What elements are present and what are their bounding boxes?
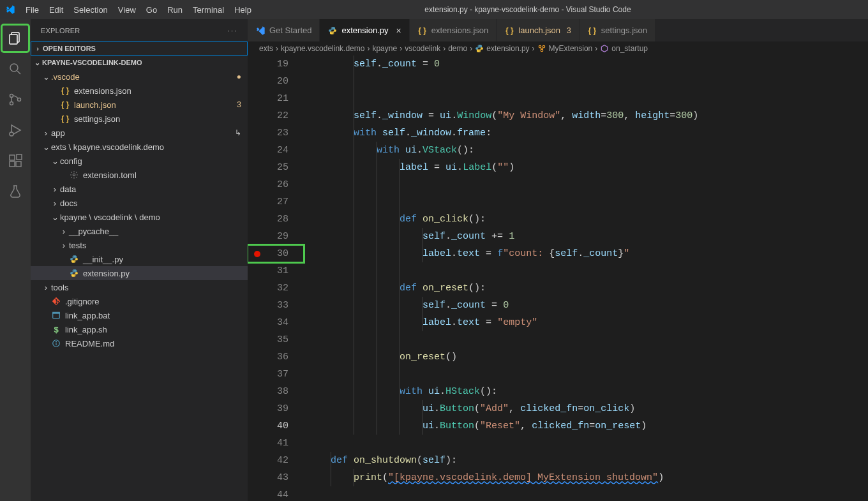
code-line[interactable]: ui.Button("Add", clicked_fn=on_click)	[308, 400, 868, 417]
line-number[interactable]: 28	[248, 211, 304, 228]
tab-extension-py[interactable]: extension.py×	[320, 19, 409, 41]
line-number[interactable]: 31	[248, 262, 304, 280]
activity-source-control-icon[interactable]	[0, 84, 31, 115]
code-line[interactable]: print("[kpayne.vscodelink.demo] MyExtens…	[308, 469, 868, 486]
tree-item-tests[interactable]: ›tests	[31, 238, 248, 252]
line-number[interactable]: 43	[248, 469, 304, 486]
code-line[interactable]	[308, 486, 868, 501]
tree-item-extension-toml[interactable]: extension.toml	[31, 168, 248, 182]
menu-file[interactable]: File	[20, 5, 44, 15]
line-number[interactable]: 33	[248, 297, 304, 314]
breadcrumb-segment[interactable]: extension.py	[486, 44, 529, 53]
code-line[interactable]	[308, 331, 868, 348]
code-line[interactable]	[308, 73, 868, 90]
breakpoint-icon[interactable]	[254, 251, 260, 257]
code-line[interactable]: self._count += 1	[308, 228, 868, 245]
menu-edit[interactable]: Edit	[44, 5, 68, 15]
code-content[interactable]: self._count = 0 self._window = ui.Window…	[304, 56, 868, 501]
tab-launch-json[interactable]: { }launch.json3	[497, 19, 579, 41]
code-line[interactable]: ui.Button("Reset", clicked_fn=on_reset)	[308, 417, 868, 435]
code-line[interactable]: with ui.HStack():	[308, 383, 868, 400]
menu-help[interactable]: Help	[229, 5, 257, 15]
code-line[interactable]	[308, 193, 868, 211]
code-line[interactable]: self._count = 0	[308, 56, 868, 73]
line-number[interactable]: 37	[248, 366, 304, 383]
code-line[interactable]	[308, 176, 868, 193]
line-number[interactable]: 44	[248, 486, 304, 501]
line-number[interactable]: 36	[248, 348, 304, 366]
code-line[interactable]: self._window = ui.Window("My Window", wi…	[308, 107, 868, 124]
code-line[interactable]	[308, 262, 868, 280]
line-number[interactable]: 42	[248, 452, 304, 469]
activity-explorer-icon[interactable]	[0, 23, 31, 54]
line-number[interactable]: 38	[248, 383, 304, 400]
line-number[interactable]: 26	[248, 176, 304, 193]
tree-item-extension-py[interactable]: extension.py	[31, 266, 248, 280]
code-line[interactable]	[308, 90, 868, 107]
line-number[interactable]: 35	[248, 331, 304, 348]
line-number[interactable]: 23	[248, 124, 304, 142]
tree-item-kpayne-vscodelink-demo[interactable]: ⌄kpayne \ vscodelink \ demo	[31, 210, 248, 224]
open-editors-section[interactable]: › OPEN EDITORS	[31, 41, 248, 56]
activity-run-debug-icon[interactable]	[0, 115, 31, 146]
breadcrumb-segment[interactable]: kpayne	[372, 44, 397, 53]
menu-go[interactable]: Go	[141, 5, 162, 15]
sidebar-more-icon[interactable]: ···	[228, 27, 237, 34]
tree-item-exts-kpayne-vscodelink-demo[interactable]: ⌄exts \ kpayne.vscodelink.demo	[31, 140, 248, 154]
breadcrumb-segment[interactable]: kpayne.vscodelink.demo	[281, 44, 364, 53]
tree-item-settings-json[interactable]: { }settings.json	[31, 112, 248, 126]
breadcrumb-segment[interactable]: vscodelink	[405, 44, 440, 53]
line-number[interactable]: 21	[248, 90, 304, 107]
line-number[interactable]: 29	[248, 228, 304, 245]
line-number[interactable]: 39	[248, 400, 304, 417]
tree-item-launch-json[interactable]: { }launch.json3	[31, 98, 248, 112]
activity-extensions-icon[interactable]	[0, 146, 31, 176]
tree-item-link-app-sh[interactable]: $link_app.sh	[31, 322, 248, 336]
close-icon[interactable]: ×	[396, 26, 401, 36]
menu-selection[interactable]: Selection	[68, 5, 112, 15]
menu-view[interactable]: View	[113, 5, 141, 15]
code-line[interactable]: self._count = 0	[308, 297, 868, 314]
tab-settings-json[interactable]: { }settings.json	[580, 19, 655, 41]
line-number[interactable]: 22	[248, 107, 304, 124]
tree-item-link-app-bat[interactable]: link_app.bat	[31, 308, 248, 322]
code-line[interactable]	[308, 366, 868, 383]
line-number[interactable]: 30	[248, 245, 304, 262]
folder-root-header[interactable]: ⌄ KPAYNE-VSCODELINK-DEMO	[31, 56, 248, 70]
tab-get-started[interactable]: Get Started	[248, 19, 320, 41]
tree-item--vscode[interactable]: ⌄.vscode●	[31, 70, 248, 84]
menu-terminal[interactable]: Terminal	[188, 5, 229, 15]
line-number-gutter[interactable]: 1920212223242526272829303132333435363738…	[248, 56, 304, 501]
tree-item-data[interactable]: ›data	[31, 182, 248, 196]
tree-item-config[interactable]: ⌄config	[31, 154, 248, 168]
breadcrumb-segment[interactable]: exts	[259, 44, 273, 53]
tab-extensions-json[interactable]: { }extensions.json	[410, 19, 497, 41]
tree-item--gitignore[interactable]: .gitignore	[31, 294, 248, 308]
code-line[interactable]: def on_shutdown(self):	[308, 452, 868, 469]
tree-item-readme-md[interactable]: README.md	[31, 336, 248, 350]
line-number[interactable]: 40	[248, 417, 304, 435]
code-line[interactable]: with self._window.frame:	[308, 124, 868, 142]
breadcrumb[interactable]: exts›kpayne.vscodelink.demo›kpayne›vscod…	[248, 41, 868, 56]
line-number[interactable]: 41	[248, 435, 304, 452]
code-line[interactable]: on_reset()	[308, 348, 868, 366]
tree-item--pycache-[interactable]: ›__pycache__	[31, 224, 248, 238]
line-number[interactable]: 27	[248, 193, 304, 211]
code-line[interactable]: label.text = f"count: {self._count}"	[308, 245, 868, 262]
line-number[interactable]: 25	[248, 159, 304, 176]
code-line[interactable]: def on_reset():	[308, 280, 868, 297]
breadcrumb-segment[interactable]: on_startup	[611, 44, 648, 53]
code-line[interactable]	[308, 435, 868, 452]
line-number[interactable]: 34	[248, 314, 304, 331]
code-line[interactable]: with ui.VStack():	[308, 142, 868, 159]
code-line[interactable]: label.text = "empty"	[308, 314, 868, 331]
tree-item-docs[interactable]: ›docs	[31, 196, 248, 210]
breadcrumb-segment[interactable]: demo	[448, 44, 467, 53]
line-number[interactable]: 20	[248, 73, 304, 90]
tree-item--init-py[interactable]: __init__.py	[31, 252, 248, 266]
tree-item-app[interactable]: ›app↳	[31, 126, 248, 140]
tree-item-extensions-json[interactable]: { }extensions.json	[31, 84, 248, 98]
activity-testing-icon[interactable]	[0, 176, 31, 207]
line-number[interactable]: 24	[248, 142, 304, 159]
code-line[interactable]: def on_click():	[308, 211, 868, 228]
